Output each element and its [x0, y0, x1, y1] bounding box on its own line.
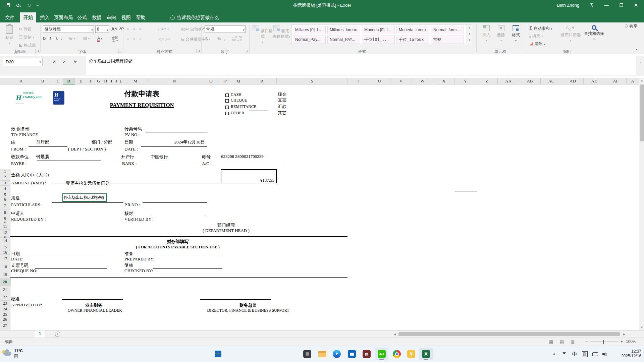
paste-button[interactable]: 粘贴▾	[2, 25, 17, 45]
user-name[interactable]: Lilith Zhong	[557, 0, 579, 10]
clock[interactable]: 12:37 2025/12/16	[612, 346, 641, 362]
font-size-combo[interactable]: 8▾	[95, 25, 109, 33]
column-header-A[interactable]: A	[10, 78, 32, 84]
column-header-P[interactable]: P	[221, 78, 230, 84]
chrome-icon[interactable]	[390, 348, 404, 360]
row-header-7[interactable]: 7	[0, 202, 10, 209]
horizontal-scroll-thumb[interactable]	[398, 332, 620, 336]
worksheet-area[interactable]	[10, 84, 639, 330]
column-header-J[interactable]: J	[114, 78, 119, 84]
decimal-icons[interactable]: ←.0 .00.00 →.0	[231, 36, 242, 41]
column-header-B[interactable]: B	[32, 78, 53, 84]
column-header-O[interactable]: O	[201, 78, 221, 84]
zoom-slider-thumb[interactable]	[603, 340, 604, 344]
collapse-ribbon-icon[interactable]: ⌃	[635, 49, 638, 52]
row-header-18[interactable]: 18	[0, 263, 10, 271]
gallery-scroll-icons[interactable]: ▲▼⊽	[467, 24, 472, 44]
edge-icon[interactable]: e	[330, 348, 343, 360]
row-header-8[interactable]: 8	[0, 209, 10, 216]
sort-filter-button[interactable]: AZ▼ 排序和筛选▾	[559, 25, 582, 43]
ribbon-tab-帮助[interactable]: 帮助	[135, 12, 146, 22]
row-header-21[interactable]: 21	[0, 286, 10, 294]
alignment-launcher-icon[interactable]	[197, 49, 201, 53]
restore-button[interactable]: ❐	[614, 0, 629, 10]
page-break-view-icon[interactable]: ▥	[571, 339, 575, 344]
column-header-R[interactable]: R	[247, 78, 277, 84]
tell-me-box[interactable]: 告诉我你想要做什么	[170, 12, 219, 22]
column-header-A-partial[interactable]: A	[627, 78, 639, 84]
phonetic-guide-icon[interactable]: wén文 ▾	[112, 36, 118, 42]
horizontal-align-icons[interactable]: ≡ ≡ ≡	[127, 37, 143, 41]
format-painter-button[interactable]: ◣ 格式刷	[19, 43, 36, 48]
row-header-19[interactable]: 19	[0, 271, 10, 278]
delete-cells-button[interactable]: ✕ 删除▾	[494, 25, 508, 43]
cell-style-item[interactable]: Moneda_laroux	[396, 26, 429, 34]
row-header-22[interactable]: 22	[0, 294, 10, 301]
other-checkbox[interactable]	[225, 112, 229, 115]
horizontal-scrollbar[interactable]: ◀ ▶	[392, 331, 627, 337]
column-header-W[interactable]: W	[412, 78, 433, 84]
ribbon-tab-开始[interactable]: 开始	[20, 12, 36, 22]
font-color-icon[interactable]: A ▾	[97, 36, 102, 41]
cell-style-item[interactable]: 千位[0]_...	[362, 36, 395, 44]
conditional-formatting-button[interactable]: 条件格式▾	[252, 25, 273, 44]
format-cells-button[interactable]: 格式▾	[508, 25, 523, 43]
underline-button[interactable]: U	[56, 36, 59, 41]
fill-color-icon[interactable]: ▨ ▾	[83, 36, 90, 41]
undo-button[interactable]: ↺▾	[13, 1, 24, 9]
ribbon-tab-页面布局[interactable]: 页面布局	[54, 12, 73, 22]
ribbon-tab-审阅[interactable]: 审阅	[106, 12, 117, 22]
cell-style-item[interactable]: Normal_form...	[431, 26, 464, 34]
autosum-button[interactable]: Σ 自动求和 ▾	[529, 25, 552, 32]
row-header-6[interactable]: 6	[0, 197, 10, 202]
remittance-checkbox[interactable]	[225, 106, 229, 109]
zoom-in-icon[interactable]: +	[621, 339, 623, 344]
ribbon-display-options-icon[interactable]: ⊼	[584, 0, 599, 10]
file-explorer-icon[interactable]	[316, 348, 329, 360]
ribbon-tab-视图[interactable]: 视图	[120, 12, 131, 22]
app-icon-dark[interactable]	[301, 348, 314, 360]
insert-cells-button[interactable]: 插入▾	[479, 25, 494, 43]
formula-input[interactable]: 停车场出口指示牌报销	[86, 56, 636, 75]
column-header-Q[interactable]: Q	[230, 78, 247, 84]
zoom-level[interactable]: 100%	[626, 339, 636, 344]
row-header-14[interactable]: 14	[0, 238, 10, 244]
cell-style-item[interactable]: Millares [0]_l...	[293, 26, 326, 34]
grow-font-icon[interactable]: A˄	[111, 26, 117, 32]
bold-button[interactable]: B	[43, 36, 46, 41]
indent-icons[interactable]: ◁≡ ▷≡	[158, 37, 170, 41]
wrap-text-button[interactable]: ab↩ 自动换行	[181, 26, 206, 32]
weather-widget[interactable]: 11°C阴	[3, 349, 23, 359]
ribbon-tab-file[interactable]: 文件	[3, 12, 16, 22]
underline-dropdown-icon[interactable]: ▾	[61, 37, 63, 41]
formula-bar-expand-icon[interactable]: ⌄	[637, 58, 644, 66]
column-header-L[interactable]: L	[119, 78, 123, 84]
share-button[interactable]: ⚇ 共享	[625, 23, 637, 29]
row-header-26[interactable]: 26	[0, 317, 10, 322]
normal-view-icon[interactable]: ▦	[549, 339, 553, 344]
sheet-tab[interactable]: 1	[35, 330, 45, 338]
row-header-17[interactable]: 17	[0, 255, 10, 263]
vertical-scrollbar[interactable]: ▲ ▼	[639, 78, 644, 330]
column-header-Y[interactable]: Y	[455, 78, 476, 84]
zoom-out-icon[interactable]: −	[585, 339, 588, 344]
row-header-11[interactable]: 11	[0, 223, 10, 230]
row-header-25[interactable]: 25	[0, 312, 10, 317]
wechat-icon[interactable]	[375, 348, 388, 360]
row-header-24[interactable]: 24	[0, 306, 10, 312]
confirm-entry-icon[interactable]: ✓	[60, 58, 68, 66]
column-header-U[interactable]: U	[369, 78, 390, 84]
app-icon-red[interactable]: ▤	[360, 348, 373, 360]
cell-style-item[interactable]: 常规	[431, 36, 464, 44]
add-sheet-icon[interactable]: +	[55, 331, 60, 337]
column-header-E[interactable]: E	[75, 78, 87, 84]
merge-center-button[interactable]: ⊟ 合并后居中 ▾	[181, 37, 208, 42]
row-header-27[interactable]: 27	[0, 322, 10, 329]
active-cell-editor[interactable]: 停车场出口指示牌报销	[62, 193, 107, 202]
column-header-X[interactable]: X	[433, 78, 455, 84]
cell-style-item[interactable]: Normal_PAY...	[327, 36, 360, 44]
column-header-Z[interactable]: Z	[476, 78, 498, 84]
vertical-scroll-thumb[interactable]	[640, 84, 644, 141]
column-header-S[interactable]: S	[277, 78, 347, 84]
scroll-down-icon[interactable]: ▼	[639, 325, 644, 330]
